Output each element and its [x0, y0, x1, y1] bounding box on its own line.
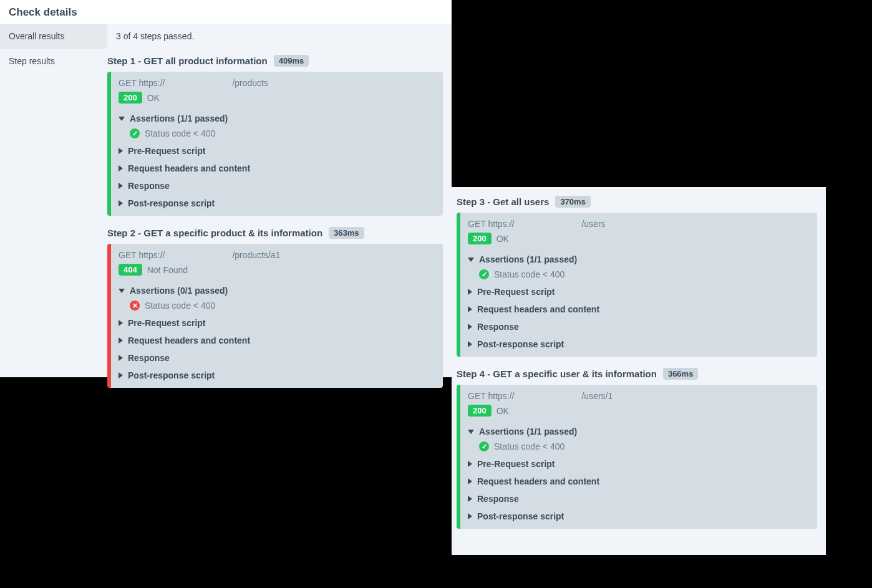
status-row: 404Not Found — [119, 264, 435, 276]
step-duration-badge: 363ms — [329, 227, 364, 239]
assertion-line: ✕Status code < 400 — [119, 299, 435, 314]
step-title: Step 4 - GET a specific user & its infor… — [457, 369, 657, 379]
prerequest-toggle[interactable]: Pre-Request script — [119, 314, 435, 332]
right-steps-container: Step 3 - Get all users370msGET https:///… — [452, 190, 826, 534]
caret-down-icon — [119, 117, 125, 121]
step-duration-badge: 366ms — [663, 368, 698, 380]
request-url-prefix: https:// — [138, 78, 232, 88]
request-url-prefix: https:// — [488, 391, 581, 401]
caret-right-icon — [119, 355, 123, 361]
assertion-text: Status code < 400 — [494, 441, 564, 451]
postresponse-label: Post-response script — [477, 511, 564, 521]
postresponse-label: Post-response script — [128, 198, 215, 208]
request-line: GET https:///products/a1 — [119, 250, 435, 260]
assertion-text: Status code < 400 — [145, 128, 215, 138]
prerequest-label: Pre-Request script — [128, 318, 205, 328]
step-title: Step 1 - GET all product information — [107, 55, 268, 66]
prerequest-toggle[interactable]: Pre-Request script — [468, 283, 810, 301]
assertion-line: ✓Status code < 400 — [468, 268, 810, 283]
assertions-label: Assertions (1/1 passed) — [130, 113, 228, 123]
request-method: GET — [468, 391, 488, 401]
step-body: GET https:///users/1200OKAssertions (1/1… — [457, 385, 817, 529]
left-steps-container: Step 1 - GET all product information409m… — [107, 49, 452, 397]
request-line: GET https:///users — [468, 219, 810, 229]
response-toggle[interactable]: Response — [119, 177, 435, 195]
step-header: Step 4 - GET a specific user & its infor… — [457, 362, 817, 385]
step-body: GET https:///products/a1404Not FoundAsse… — [107, 244, 443, 388]
response-toggle[interactable]: Response — [468, 318, 810, 335]
caret-right-icon — [119, 183, 123, 189]
step-block: Step 4 - GET a specific user & its infor… — [457, 362, 817, 534]
assertions-label: Assertions (0/1 passed) — [130, 286, 228, 296]
check-icon: ✓ — [479, 269, 489, 279]
prerequest-toggle[interactable]: Pre-Request script — [468, 455, 810, 473]
postresponse-toggle[interactable]: Post-response script — [468, 335, 810, 353]
fail-icon: ✕ — [130, 301, 140, 311]
assertions-toggle[interactable]: Assertions (1/1 passed) — [468, 251, 810, 268]
caret-right-icon — [468, 496, 472, 502]
response-label: Response — [128, 353, 170, 363]
reqheaders-label: Request headers and content — [128, 335, 250, 345]
caret-right-icon — [119, 320, 123, 326]
step-body: GET https:///users200OKAssertions (1/1 p… — [457, 213, 817, 357]
step-title: Step 3 - Get all users — [457, 196, 549, 207]
caret-right-icon — [468, 513, 472, 519]
postresponse-toggle[interactable]: Post-response script — [468, 508, 810, 525]
assertions-label: Assertions (1/1 passed) — [479, 254, 577, 264]
reqheaders-toggle[interactable]: Request headers and content — [119, 160, 435, 177]
postresponse-toggle[interactable]: Post-response script — [119, 367, 435, 384]
sidebar-overall-results[interactable]: Overall results — [0, 24, 107, 49]
assertion-text: Status code < 400 — [145, 301, 215, 311]
response-toggle[interactable]: Response — [468, 490, 810, 508]
prerequest-label: Pre-Request script — [477, 459, 555, 469]
prerequest-toggle[interactable]: Pre-Request script — [119, 142, 435, 160]
status-row: 200OK — [468, 233, 810, 244]
page-title: Check details — [0, 0, 452, 24]
caret-down-icon — [468, 258, 474, 262]
assertions-toggle[interactable]: Assertions (0/1 passed) — [119, 282, 435, 299]
caret-down-icon — [468, 430, 474, 434]
step-header: Step 1 - GET all product information409m… — [107, 49, 443, 72]
step-results-row: Step results Step 1 - GET all product in… — [0, 49, 452, 397]
step-duration-badge: 370ms — [555, 196, 590, 208]
request-method: GET — [119, 250, 138, 260]
caret-down-icon — [119, 289, 125, 293]
reqheaders-toggle[interactable]: Request headers and content — [119, 332, 435, 349]
sidebar-step-results[interactable]: Step results — [0, 49, 107, 74]
overall-results-text: 3 of 4 steps passed. — [107, 24, 452, 49]
response-toggle[interactable]: Response — [119, 349, 435, 367]
caret-right-icon — [468, 461, 472, 467]
caret-right-icon — [119, 200, 123, 206]
caret-right-icon — [468, 306, 472, 312]
caret-right-icon — [119, 165, 123, 171]
request-line: GET https:///products — [119, 78, 435, 88]
assertions-toggle[interactable]: Assertions (1/1 passed) — [468, 423, 810, 440]
reqheaders-toggle[interactable]: Request headers and content — [468, 301, 810, 318]
request-url-prefix: https:// — [488, 219, 581, 229]
step-block: Step 2 - GET a specific product & its in… — [107, 221, 443, 393]
response-label: Response — [128, 181, 170, 191]
request-url-prefix: https:// — [138, 250, 232, 260]
caret-right-icon — [119, 337, 123, 344]
check-icon: ✓ — [479, 441, 489, 451]
request-line: GET https:///users/1 — [468, 391, 810, 401]
step-block: Step 1 - GET all product information409m… — [107, 49, 443, 221]
status-code-badge: 200 — [468, 233, 492, 244]
step-header: Step 3 - Get all users370ms — [457, 190, 817, 213]
status-text: OK — [497, 234, 509, 244]
overall-results-row: Overall results 3 of 4 steps passed. — [0, 24, 452, 49]
reqheaders-toggle[interactable]: Request headers and content — [468, 473, 810, 490]
reqheaders-label: Request headers and content — [477, 476, 599, 486]
reqheaders-label: Request headers and content — [128, 163, 250, 173]
check-details-panel-left: Check details Overall results 3 of 4 ste… — [0, 0, 452, 377]
step-header: Step 2 - GET a specific product & its in… — [107, 221, 443, 244]
assertions-toggle[interactable]: Assertions (1/1 passed) — [119, 110, 435, 127]
step-block: Step 3 - Get all users370msGET https:///… — [457, 190, 817, 362]
postresponse-toggle[interactable]: Post-response script — [119, 195, 435, 212]
check-icon: ✓ — [130, 128, 140, 138]
request-url-suffix: /products — [232, 78, 268, 88]
response-label: Response — [477, 322, 519, 332]
assertion-line: ✓Status code < 400 — [119, 127, 435, 142]
assertions-label: Assertions (1/1 passed) — [479, 427, 577, 436]
status-code-badge: 200 — [468, 405, 492, 417]
